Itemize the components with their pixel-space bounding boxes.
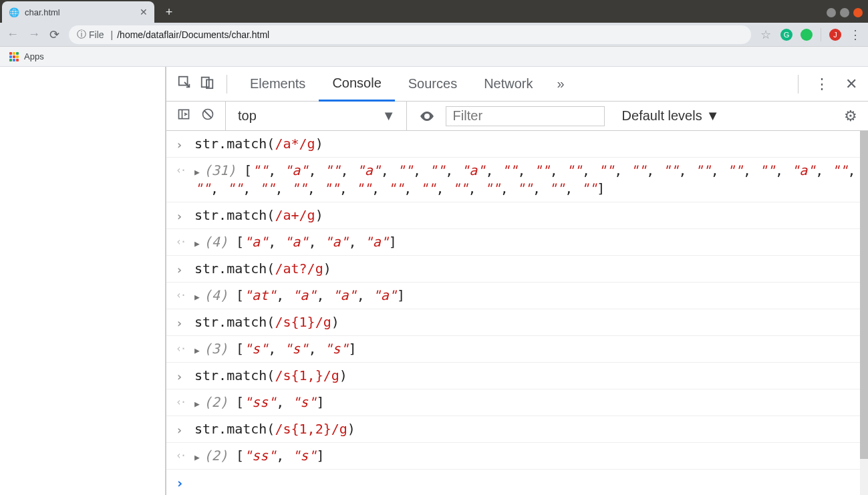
back-button[interactable]: ← [7, 27, 19, 41]
live-expression-icon[interactable] [406, 102, 435, 130]
device-toolbar-icon[interactable] [200, 75, 214, 93]
tab-sources[interactable]: Sources [395, 67, 470, 100]
log-levels-selector[interactable]: Default levels ▼ [622, 108, 720, 124]
expand-triangle-icon[interactable]: ▶ [194, 291, 200, 303]
apps-label[interactable]: Apps [24, 51, 44, 61]
reload-button[interactable]: ⟳ [49, 27, 59, 42]
console-input-row[interactable]: str.match(/s{1,2}/g) [166, 416, 868, 443]
console-input-code: str.match(/at?/g) [194, 260, 859, 278]
close-devtools-icon[interactable]: ✕ [845, 75, 857, 93]
console-input-code: str.match(/a*/g) [194, 135, 859, 153]
input-chevron-icon [176, 206, 194, 223]
console-prompt[interactable]: › [166, 470, 868, 495]
console-output-value: ▶(2) ["ss", "s"] [194, 393, 859, 411]
inspect-element-icon[interactable] [177, 75, 192, 93]
window-controls [827, 8, 868, 23]
console-input-row[interactable]: str.match(/s{1,}/g) [166, 363, 868, 389]
tab-console[interactable]: Console [319, 67, 394, 102]
filter-input[interactable] [446, 106, 605, 126]
browser-tab[interactable]: 🌐 char.html ✕ [2, 1, 154, 23]
return-chevron-icon [176, 447, 194, 462]
console-output-row[interactable]: ▶(4) ["at", "a", "a", "a"] [166, 283, 868, 309]
close-tab-icon[interactable]: ✕ [140, 7, 148, 17]
console-input-row[interactable]: str.match(/a*/g) [166, 131, 868, 158]
expand-triangle-icon[interactable]: ▶ [194, 238, 200, 250]
tab-network[interactable]: Network [470, 67, 546, 100]
minimize-button[interactable] [827, 8, 836, 17]
url-input[interactable]: ⓘ File | /home/dataflair/Documents/char.… [69, 25, 751, 44]
console-input-code: str.match(/s{1,2}/g) [194, 420, 859, 438]
return-chevron-icon [176, 162, 194, 176]
return-chevron-icon [176, 287, 194, 301]
console-output-row[interactable]: ▶(2) ["ss", "s"] [166, 389, 868, 416]
console-output-value: ▶(2) ["ss", "s"] [194, 447, 859, 465]
console-input-code: str.match(/s{1}/g) [194, 313, 859, 331]
input-chevron-icon [176, 313, 194, 330]
return-chevron-icon [176, 233, 194, 248]
globe-icon: 🌐 [9, 7, 19, 17]
console-output-value: ▶(4) ["a", "a", "a", "a"] [194, 233, 859, 251]
devtools-menu-icon[interactable]: ⋮ [815, 75, 829, 93]
url-separator: | [111, 29, 114, 40]
devtools-panel: Elements Console Sources Network » ⋮ ✕ t… [166, 67, 868, 495]
context-label: top [238, 108, 257, 124]
return-chevron-icon [176, 340, 194, 355]
return-chevron-icon [176, 393, 194, 408]
expand-triangle-icon[interactable]: ▶ [194, 398, 200, 410]
console-settings-icon[interactable]: ⚙ [844, 108, 857, 125]
new-tab-button[interactable]: + [160, 3, 178, 21]
extensions: G J ⋮ [780, 27, 861, 42]
tab-title: char.html [25, 7, 140, 17]
maximize-button[interactable] [840, 8, 849, 17]
console-output[interactable]: str.match(/a*/g)▶(31) ["", "a", "", "a",… [166, 131, 868, 495]
info-icon[interactable]: ⓘ [77, 29, 86, 41]
tab-elements[interactable]: Elements [237, 67, 319, 100]
separator [227, 75, 227, 94]
expand-triangle-icon[interactable]: ▶ [194, 345, 200, 357]
input-chevron-icon [176, 420, 194, 437]
more-tabs-icon[interactable]: » [547, 76, 575, 92]
console-input-row[interactable]: str.match(/at?/g) [166, 256, 868, 283]
console-input-row[interactable]: str.match(/s{1}/g) [166, 309, 868, 336]
expand-triangle-icon[interactable]: ▶ [194, 452, 200, 464]
console-sidebar-toggle-icon[interactable] [177, 108, 190, 124]
bookmarks-bar: Apps [0, 47, 868, 67]
console-input-code: str.match(/s{1,}/g) [194, 367, 859, 385]
bookmark-star-icon[interactable]: ☆ [760, 27, 771, 42]
browser-tab-strip: 🌐 char.html ✕ + [0, 0, 868, 23]
forward-button: → [28, 27, 40, 41]
console-output-row[interactable]: ▶(4) ["a", "a", "a", "a"] [166, 229, 868, 256]
console-output-value: ▶(4) ["at", "a", "a", "a"] [194, 287, 859, 305]
url-scheme: File [89, 29, 104, 40]
console-output-row[interactable]: ▶(2) ["ss", "s"] [166, 443, 868, 470]
svg-point-5 [426, 115, 428, 118]
execution-context-selector[interactable]: top ▼ [225, 102, 396, 130]
scrollbar[interactable] [860, 131, 868, 495]
console-output-row[interactable]: ▶(31) ["", "a", "", "a", "", "", "a", ""… [166, 158, 868, 202]
prompt-chevron-icon: › [176, 475, 184, 491]
clear-console-icon[interactable] [201, 108, 214, 124]
address-bar: ← → ⟳ ⓘ File | /home/dataflair/Documents… [0, 23, 868, 47]
browser-menu-icon[interactable]: ⋮ [849, 27, 861, 42]
console-output-value: ▶(3) ["s", "s", "s"] [194, 340, 859, 358]
input-chevron-icon [176, 367, 194, 383]
expand-triangle-icon[interactable]: ▶ [194, 166, 200, 178]
caret-down-icon: ▼ [706, 108, 720, 124]
scrollbar-thumb[interactable] [860, 131, 868, 459]
console-output-value: ▶(31) ["", "a", "", "a", "", "", "a", ""… [194, 162, 859, 198]
levels-label: Default levels [622, 108, 702, 124]
url-path: /home/dataflair/Documents/char.html [117, 29, 269, 40]
close-window-button[interactable] [853, 8, 863, 17]
extension-grammarly-icon[interactable]: G [780, 29, 792, 41]
console-output-row[interactable]: ▶(3) ["s", "s", "s"] [166, 336, 868, 363]
caret-down-icon: ▼ [382, 108, 396, 124]
console-input-row[interactable]: str.match(/a+/g) [166, 202, 868, 229]
input-chevron-icon [176, 260, 194, 277]
separator [821, 28, 821, 41]
devtools-tab-bar: Elements Console Sources Network » ⋮ ✕ [166, 67, 868, 102]
apps-icon[interactable] [9, 52, 19, 61]
profile-avatar[interactable]: J [829, 29, 841, 41]
console-input-code: str.match(/a+/g) [194, 206, 859, 224]
extension-green-icon[interactable] [801, 29, 813, 41]
svg-rect-1 [202, 77, 209, 88]
